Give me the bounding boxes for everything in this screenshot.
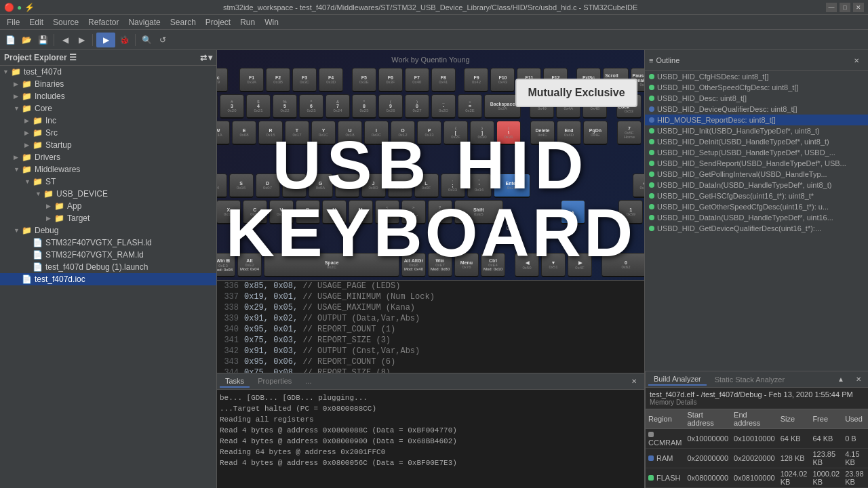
key-w[interactable]: W0x1A [217, 121, 230, 145]
key-d[interactable]: D0x07 [256, 174, 280, 198]
key-num7[interactable]: 70x5FHome [617, 121, 642, 145]
tree-item-test-f407d[interactable]: ▼ 📁 test_f407d [0, 66, 216, 78]
tree-item-inc[interactable]: ▶ 📁 Inc [0, 115, 216, 127]
right-panel-item[interactable]: USBD_HID_GetHSCfgDesc(uint16_t*): uint8_… [645, 190, 868, 201]
key-num8[interactable]: 80x60 [644, 121, 644, 145]
menu-search[interactable]: Search [166, 16, 200, 28]
tab-more[interactable]: ... [300, 375, 317, 388]
key-l[interactable]: L0x0F [414, 174, 439, 198]
right-panel-item[interactable]: USBD_HID_DeviceQualifierDesc: uint8_t[] [645, 104, 868, 115]
key-g[interactable]: G0x0A [309, 174, 333, 198]
key-lbracket[interactable]: {[0x2F [443, 121, 468, 145]
key-a[interactable]: A0x04 [217, 174, 227, 198]
key-s[interactable]: S0x16 [229, 174, 254, 198]
right-panel-item[interactable]: USBD_HID_Setup(USBD_HandleTypeDef*, USBD… [645, 147, 868, 158]
tree-item-ioc[interactable]: 📄 test_f407d.ioc [0, 273, 216, 285]
key-f9[interactable]: F90x42 [464, 68, 488, 92]
menu-refactor[interactable]: Refactor [84, 16, 123, 28]
key-f3[interactable]: F30x3C [292, 68, 317, 92]
key-num1[interactable]: 10x59 [618, 200, 643, 224]
toolbar-open[interactable]: 📂 [19, 33, 34, 47]
key-left[interactable]: ◀0x50 [515, 253, 539, 277]
key-rctrl[interactable]: Ctrl0xE4Mod: 0x10 [481, 253, 505, 277]
right-panel-item[interactable]: USBD_HID_Init(USBD_HandleTypeDef*, uint8… [645, 125, 868, 136]
key-m[interactable]: M0x10 [349, 200, 373, 224]
key-f6[interactable]: F60x3F [378, 68, 403, 92]
tab-properties[interactable]: Properties [252, 375, 297, 388]
key-esc[interactable]: Esc0x29 [217, 68, 228, 92]
tree-item-launch[interactable]: 📄 test_f407d Debug (1).launch [0, 261, 216, 273]
key-n[interactable]: N0x11 [322, 200, 347, 224]
key-backslash[interactable]: |\0x31 [496, 121, 521, 145]
console-close[interactable]: ✕ [627, 374, 642, 389]
key-5[interactable]: %50x22 [273, 94, 297, 119]
right-panel-item[interactable]: USBD_HID_GetPollingInterval(USBD_HandleT… [645, 169, 868, 180]
key-menu[interactable]: Menu0x76 [454, 253, 479, 277]
menu-source[interactable]: Source [49, 16, 83, 28]
right-panel-item[interactable]: USBD_HID_DataIn(USBD_HandleTypeDef*, uin… [645, 180, 868, 190]
right-panel-item[interactable]: USBD_HID_DataIn(USBD_HandleTypeDef*, uin… [645, 212, 868, 223]
tree-item-debug[interactable]: ▼ 📁 Debug [0, 224, 216, 237]
right-panel-item[interactable]: USBD_HID_GetOtherSpeedCfgDesc(uint16_t*)… [645, 201, 868, 212]
menu-file[interactable]: File [3, 16, 24, 28]
key-numslash[interactable]: /0x54 [644, 94, 644, 119]
key-rwin[interactable]: Win0xE7Mod: 0x80 [428, 253, 452, 277]
build-close[interactable]: ✕ [851, 372, 866, 387]
key-h[interactable]: H0x0B [335, 174, 359, 198]
right-panel-item[interactable]: USBD_HID_SendReport(USBD_HandleTypeDef*,… [645, 158, 868, 169]
key-ralt[interactable]: Alt AltGr0xE6Mod: 0x40 [401, 253, 426, 277]
key-minus[interactable]: _-0x2D [431, 94, 456, 119]
key-f8[interactable]: F80x41 [431, 68, 456, 92]
key-f5[interactable]: F50x3E [352, 68, 376, 92]
tree-item-drivers[interactable]: ▶ 📁 Drivers [0, 151, 216, 163]
tree-item-flash[interactable]: 📄 STM32F407VGTX_FLASH.ld [0, 237, 216, 249]
toolbar-build[interactable]: ▶ [96, 33, 115, 47]
key-semicolon[interactable]: :;0x33 [441, 174, 465, 198]
key-enter[interactable]: Enter0x28 [494, 174, 530, 198]
sync-icon[interactable]: ⇄ [200, 53, 207, 62]
right-panel-item[interactable]: USBD_HID_DeInit(USBD_HandleTypeDef*, uin… [645, 136, 868, 147]
key-space[interactable]: Space0x2C [264, 253, 399, 277]
key-4[interactable]: $40x21 [246, 94, 271, 119]
menu-project[interactable]: Project [201, 16, 235, 28]
key-f4[interactable]: F40x3D [319, 68, 343, 92]
key-y[interactable]: Y0x1C [311, 121, 336, 145]
tree-item-st[interactable]: ▼ 📁 ST [0, 176, 216, 188]
key-7[interactable]: &70x24 [326, 94, 350, 119]
key-down[interactable]: ▼0x51 [541, 253, 566, 277]
toolbar-back[interactable]: ◀ [58, 33, 73, 47]
key-c[interactable]: C0x06 [243, 200, 267, 224]
tree-item-ram[interactable]: 📄 STM32F407VGTX_RAM.ld [0, 249, 216, 261]
tree-item-app[interactable]: ▶ 📁 App [0, 200, 216, 212]
menu-edit[interactable]: Edit [25, 16, 47, 28]
tree-item-includes[interactable]: ▶ 📁 Includes [0, 90, 216, 102]
key-v[interactable]: V0x19 [269, 200, 294, 224]
menu-navigate[interactable]: Navigate [124, 16, 164, 28]
menu-win[interactable]: Win [260, 16, 283, 28]
key-f2[interactable]: F20x3B [266, 68, 290, 92]
key-end[interactable]: End0x4D [557, 121, 581, 145]
key-rbracket[interactable]: }]0x30 [470, 121, 494, 145]
right-panel-item[interactable]: USBD_HID_GetDeviceQualifierDesc(uint16_t… [645, 223, 868, 234]
key-f[interactable]: F0x09 [282, 174, 307, 198]
key-8[interactable]: *80x25 [352, 94, 376, 119]
menu-run[interactable]: Run [236, 16, 259, 28]
right-panel-item[interactable]: USBD_HID_OtherSpeedCfgDesc: uint8_t[] [645, 82, 868, 93]
key-f7[interactable]: F70x40 [405, 68, 429, 92]
key-f10[interactable]: F100x43 [490, 68, 515, 92]
code-editor[interactable]: 336 0x85, 0x08, // USAGE_PAGE (LEDS)337 … [217, 281, 644, 373]
collapse-icon[interactable]: ▾ [208, 53, 212, 62]
key-p[interactable]: P0x13 [417, 121, 441, 145]
key-equals[interactable]: +=0x2E [458, 94, 482, 119]
tree-item-target[interactable]: ▶ 📁 Target [0, 212, 216, 224]
key-b[interactable]: B0x05 [296, 200, 320, 224]
key-r[interactable]: R0x15 [258, 121, 283, 145]
key-f1[interactable]: F10x3A [239, 68, 264, 92]
key-comma[interactable]: <,0x36 [375, 200, 399, 224]
build-collapse[interactable]: ▲ [833, 372, 848, 387]
minimize-button[interactable]: — [826, 3, 837, 12]
key-6[interactable]: ^60x23 [299, 94, 323, 119]
tab-build-analyzer[interactable]: Build Analyzer [648, 373, 707, 386]
key-quote[interactable]: "'0x34 [467, 174, 492, 198]
right-panel-item[interactable]: HID_MOUSE_ReportDesc: uint8_t[] [645, 115, 868, 125]
